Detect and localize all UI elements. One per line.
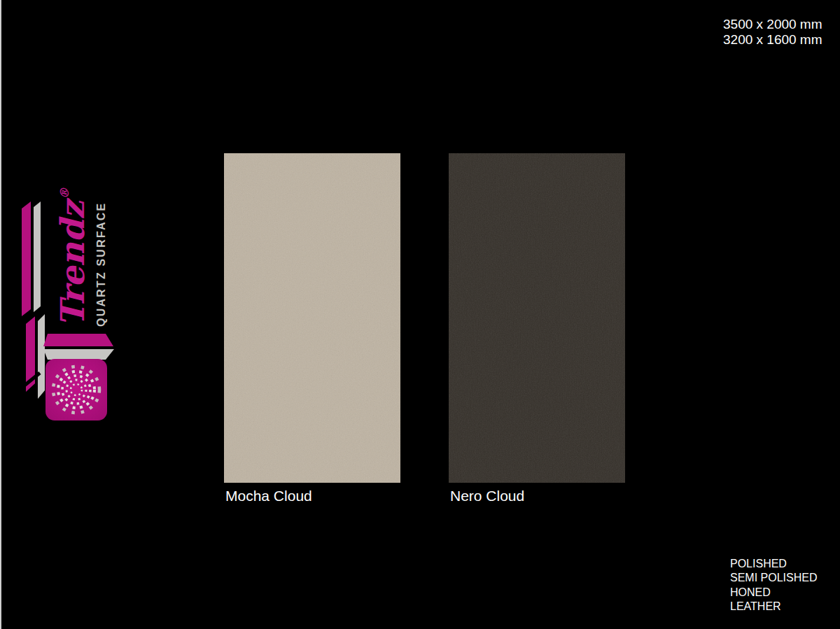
finish-options-list: POLISHED SEMI POLISHED HONED LEATHER bbox=[730, 557, 817, 614]
finish-option: POLISHED bbox=[730, 557, 817, 571]
catalog-page: { "page": { "background": "#000000", "le… bbox=[0, 0, 840, 629]
slab-size-line: 3200 x 1600 mm bbox=[723, 32, 822, 48]
brand-tagline: QUARTZ SURFACE bbox=[93, 192, 110, 327]
trendz-wordmark: Trendz® QUARTZ SURFACE bbox=[44, 192, 110, 327]
slab-size-line: 3500 x 2000 mm bbox=[723, 17, 822, 32]
sample-name-mocha-cloud: Mocha Cloud bbox=[225, 487, 312, 505]
registered-trademark-symbol: ® bbox=[57, 188, 71, 199]
finish-option: SEMI POLISHED bbox=[730, 571, 817, 585]
finish-option: HONED bbox=[730, 586, 817, 600]
brand-name-text: Trendz bbox=[53, 201, 92, 327]
page-left-edge-line bbox=[0, 0, 1, 629]
sample-name-nero-cloud: Nero Cloud bbox=[450, 487, 524, 505]
sample-swatch-mocha-cloud bbox=[224, 153, 400, 483]
sample-swatch-nero-cloud bbox=[449, 153, 625, 483]
brand-name: Trendz® bbox=[44, 192, 93, 327]
finish-option: LEATHER bbox=[730, 600, 817, 614]
slab-sizes: 3500 x 2000 mm 3200 x 1600 mm bbox=[723, 17, 822, 47]
